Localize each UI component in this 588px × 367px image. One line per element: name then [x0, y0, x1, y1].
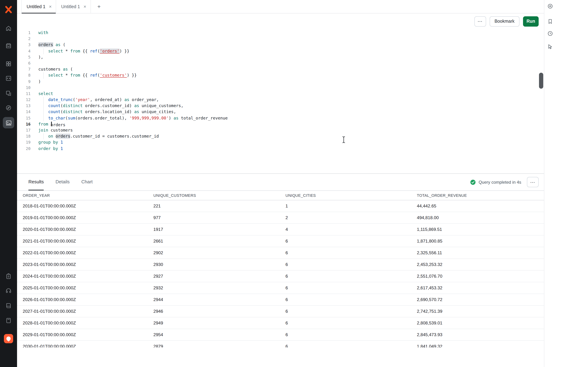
- table-cell: 2944: [153, 297, 285, 302]
- code-line[interactable]: 2: [17, 36, 544, 42]
- table-cell: 494,818.00: [417, 215, 544, 220]
- code-line[interactable]: 18 on orders.customer_id = customers.cus…: [17, 133, 544, 139]
- code-text: on orders.customer_id = customers.custom…: [38, 133, 159, 139]
- calculator-icon[interactable]: [4, 316, 13, 325]
- new-tab-button[interactable]: +: [95, 2, 104, 11]
- editor-scrollbar-thumb[interactable]: [539, 73, 543, 89]
- table-cell: 6: [285, 239, 417, 244]
- results-tab-results[interactable]: Results: [28, 174, 44, 190]
- table-cell: 2946: [153, 309, 285, 314]
- table-row[interactable]: 2020-01-01T00:00:00.000Z191741,115,869.5…: [17, 224, 544, 235]
- table-cell: 2021-01-01T00:00:00.000Z: [23, 239, 153, 244]
- code-line[interactable]: 16from orders: [17, 121, 544, 127]
- tab-close-icon[interactable]: ×: [83, 4, 86, 9]
- table-cell: 2018-01-01T00:00:00.000Z: [23, 204, 153, 209]
- query-status-group: Query completed in 4s ⋯: [470, 177, 539, 187]
- code-line[interactable]: 1with: [17, 30, 544, 36]
- success-check-icon: [470, 179, 476, 185]
- code-line[interactable]: 14 count(distinct orders.location_id) as…: [17, 109, 544, 115]
- table-row[interactable]: 2029-01-01T00:00:00.000Z295462,845,473.9…: [17, 329, 544, 341]
- docs-book-icon[interactable]: [4, 301, 13, 310]
- code-editor-icon[interactable]: [4, 74, 13, 83]
- table-cell: 1,871,800.85: [417, 239, 544, 244]
- table-cell: 2019-01-01T00:00:00.000Z: [23, 215, 153, 220]
- table-cell: 2949: [153, 321, 285, 325]
- org-avatar[interactable]: [4, 334, 13, 343]
- code-line[interactable]: 15 to_char(sum(orders.order_total), '999…: [17, 115, 544, 121]
- code-line[interactable]: 13 count(distinct orders.customer_id) as…: [17, 103, 544, 109]
- code-line[interactable]: 5),: [17, 54, 544, 60]
- windows-icon[interactable]: [4, 89, 13, 98]
- code-line[interactable]: 7customers as (: [17, 66, 544, 72]
- table-cell: 2025-01-01T00:00:00.000Z: [23, 285, 153, 290]
- results-header-row: ORDER_YEARUNIQUE_CUSTOMERSUNIQUE_CITIEST…: [17, 190, 544, 200]
- warehouse-icon[interactable]: [4, 42, 13, 50]
- results-more-button[interactable]: ⋯: [527, 177, 539, 187]
- line-number: 10: [17, 84, 31, 91]
- more-options-button[interactable]: ⋯: [474, 16, 486, 26]
- table-cell: 2930: [153, 262, 285, 267]
- code-line[interactable]: 9): [17, 79, 544, 84]
- app-logo[interactable]: [4, 5, 13, 14]
- table-row[interactable]: 2018-01-01T00:00:00.000Z221144,442.65: [17, 200, 544, 212]
- tab-bar: Untitled 1×Untitled 1× +: [17, 0, 544, 14]
- code-text: select * from {{ ref('orders') }}: [38, 48, 130, 54]
- line-number: 2: [17, 36, 31, 42]
- run-button[interactable]: Run: [523, 16, 539, 26]
- tab-untitled-1[interactable]: Untitled 1×: [56, 0, 91, 13]
- history-clock-icon[interactable]: [546, 29, 554, 38]
- code-lines: 1with23orders as (4 select * from {{ ref…: [17, 29, 544, 152]
- bookmark-button[interactable]: Bookmark: [489, 16, 519, 26]
- table-row[interactable]: 2025-01-01T00:00:00.000Z293262,617,453.3…: [17, 282, 544, 294]
- pointer-icon[interactable]: [546, 42, 554, 51]
- code-line[interactable]: 19group by 1: [17, 140, 544, 146]
- table-cell: 2,690,570.72: [417, 297, 544, 302]
- results-tab-details[interactable]: Details: [56, 174, 70, 190]
- table-row[interactable]: 2023-01-01T00:00:00.000Z293062,453,253.3…: [17, 259, 544, 271]
- bookmark-icon[interactable]: [546, 17, 554, 25]
- table-row[interactable]: 2026-01-01T00:00:00.000Z294462,690,570.7…: [17, 294, 544, 306]
- code-line[interactable]: 6: [17, 60, 544, 66]
- code-text: date_trunc('year', ordered_at) as order_…: [38, 97, 159, 103]
- table-row[interactable]: 2021-01-01T00:00:00.000Z266161,871,800.8…: [17, 235, 544, 247]
- copilot-compass-icon[interactable]: [546, 2, 554, 10]
- column-header[interactable]: UNIQUE_CITIES: [285, 193, 417, 198]
- column-header[interactable]: ORDER_YEAR: [23, 193, 153, 198]
- code-line[interactable]: 3orders as (: [17, 42, 544, 48]
- column-header[interactable]: UNIQUE_CUSTOMERS: [153, 193, 285, 198]
- code-line[interactable]: 4 select * from {{ ref('orders') }}: [17, 48, 544, 54]
- terminal-icon[interactable]: [3, 117, 14, 128]
- code-line[interactable]: 12 date_trunc('year', ordered_at) as ord…: [17, 97, 544, 103]
- code-line[interactable]: 11select: [17, 91, 544, 97]
- code-line[interactable]: 20order by 1: [17, 146, 544, 152]
- editor-toolbar: ⋯ Bookmark Run: [17, 14, 544, 29]
- clipboard-icon[interactable]: [4, 272, 13, 281]
- code-line[interactable]: 8 select * from {{ ref('customers') }}: [17, 73, 544, 79]
- table-cell: 2027-01-01T00:00:00.000Z: [23, 309, 153, 314]
- apps-grid-icon[interactable]: [4, 59, 13, 68]
- table-row[interactable]: 2024-01-01T00:00:00.000Z292762,551,076.7…: [17, 271, 544, 282]
- results-tab-chart[interactable]: Chart: [81, 174, 93, 190]
- home-icon[interactable]: [4, 24, 13, 33]
- sql-editor[interactable]: 1with23orders as (4 select * from {{ ref…: [17, 29, 544, 173]
- code-text: from orders: [38, 121, 52, 127]
- table-row[interactable]: 2030-01-01T00:00:00.000Z287961,841,049.3…: [17, 341, 544, 348]
- line-number: 3: [17, 42, 31, 48]
- table-row[interactable]: 2022-01-01T00:00:00.000Z290262,325,556.1…: [17, 247, 544, 259]
- table-cell: 6: [285, 262, 417, 267]
- table-row[interactable]: 2027-01-01T00:00:00.000Z294662,742,751.3…: [17, 306, 544, 317]
- table-cell: 6: [285, 309, 417, 314]
- column-header[interactable]: TOTAL_ORDER_REVENUE: [417, 193, 544, 198]
- line-number: 20: [17, 146, 31, 152]
- line-number: 5: [17, 54, 31, 60]
- code-line[interactable]: 10: [17, 84, 544, 91]
- table-row[interactable]: 2028-01-01T00:00:00.000Z294962,808,539.0…: [17, 317, 544, 329]
- support-headset-icon[interactable]: [4, 286, 13, 295]
- explore-compass-icon[interactable]: [4, 104, 13, 112]
- table-row[interactable]: 2019-01-01T00:00:00.000Z9772494,818.00: [17, 212, 544, 224]
- query-status-text: Query completed in 4s: [479, 180, 521, 184]
- tab-close-icon[interactable]: ×: [49, 4, 52, 9]
- table-cell: 6: [285, 250, 417, 255]
- tab-untitled-1[interactable]: Untitled 1×: [21, 0, 56, 13]
- code-line[interactable]: 17join customers: [17, 127, 544, 133]
